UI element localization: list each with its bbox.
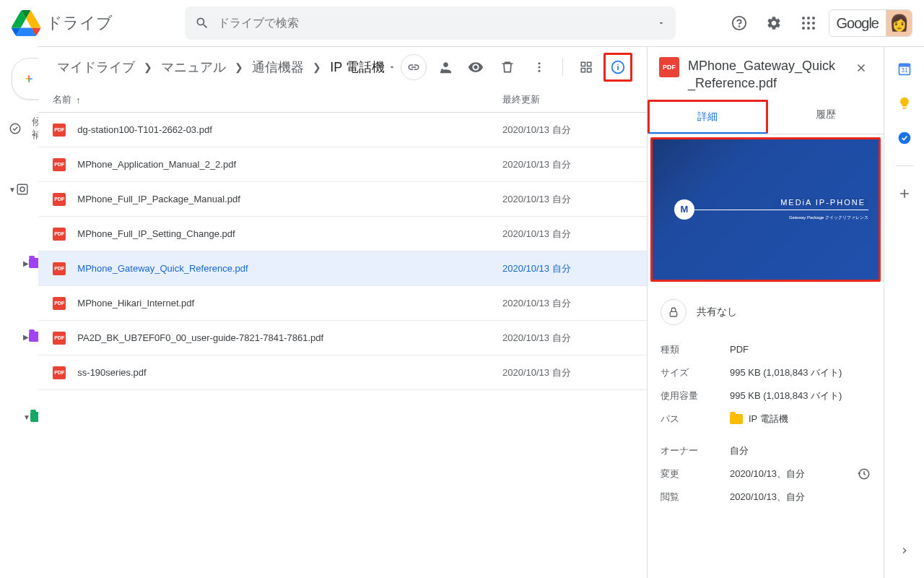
file-row[interactable]: PDF dg-station100-T101-2662-03.pdf 2020/… bbox=[38, 113, 647, 147]
dropdown-icon bbox=[388, 63, 396, 72]
sidebar: 新規 候補 ▼ マイドライブ ▶ デザイン ▶ パンフレット ▼ マニュアル bbox=[0, 46, 38, 578]
toolbar: マイドライブ ❯ マニュアル ❯ 通信機器 ❯ IP 電話機 bbox=[38, 47, 647, 87]
keep-icon[interactable] bbox=[897, 96, 912, 111]
tab-history[interactable]: 履歴 bbox=[768, 100, 884, 134]
file-row[interactable]: PDF MPhone_Full_IP_Setting_Change.pdf 20… bbox=[38, 217, 647, 251]
preview-button[interactable] bbox=[461, 53, 490, 82]
svg-point-5 bbox=[802, 22, 805, 25]
file-row[interactable]: PDF MPhone_Application_Manual_2_2.pdf 20… bbox=[38, 147, 647, 182]
sidebar-folder-pamphlet[interactable]: ▶ パンフレット bbox=[0, 293, 30, 380]
search-input[interactable] bbox=[218, 17, 648, 30]
meta-label: 変更 bbox=[661, 467, 730, 480]
meta-label: サイズ bbox=[661, 366, 730, 379]
chevron-down-icon[interactable]: ▼ bbox=[9, 186, 16, 194]
column-header-name[interactable]: 名前 ↑ bbox=[53, 93, 502, 106]
delete-button[interactable] bbox=[493, 53, 522, 82]
search-bar[interactable] bbox=[185, 7, 676, 40]
svg-point-3 bbox=[807, 17, 810, 20]
meta-value-path[interactable]: IP 電話機 bbox=[730, 413, 871, 426]
toolbar-actions bbox=[401, 53, 632, 82]
sort-asc-icon: ↑ bbox=[76, 95, 81, 105]
file-name: dg-station100-T101-2662-03.pdf bbox=[77, 124, 502, 135]
view-details-button[interactable] bbox=[603, 53, 632, 82]
help-button[interactable] bbox=[725, 9, 754, 38]
file-name: PA2D_BK_UB7EF0F0_00_user-guide-7821-7841… bbox=[77, 332, 502, 343]
search-icon bbox=[195, 16, 209, 30]
folder-icon bbox=[29, 332, 38, 342]
calendar-icon[interactable]: 31 bbox=[897, 61, 912, 76]
meta-value: PDF bbox=[730, 343, 871, 356]
meta-value: 2020/10/13、自分 bbox=[730, 467, 871, 480]
sidebar-folder-manual[interactable]: ▼ マニュアル bbox=[0, 380, 30, 454]
avatar[interactable]: 👩 bbox=[886, 10, 912, 36]
file-name: MPhone_Full_IP_Setting_Change.pdf bbox=[77, 228, 502, 239]
sidebar-folder-vehicle[interactable]: ▶ 車両 bbox=[0, 454, 38, 488]
file-row[interactable]: PDF PA2D_BK_UB7EF0F0_00_user-guide-7821-… bbox=[38, 321, 647, 355]
folder-icon bbox=[730, 414, 743, 424]
sidebar-folder-comm[interactable]: ▼ 通信機器 bbox=[0, 523, 38, 578]
svg-point-28 bbox=[898, 132, 910, 144]
history-icon[interactable] bbox=[858, 467, 871, 480]
grid-view-button[interactable] bbox=[572, 53, 601, 82]
new-button[interactable]: 新規 bbox=[12, 58, 38, 100]
close-details-button[interactable] bbox=[850, 57, 872, 79]
tasks-icon[interactable] bbox=[897, 131, 912, 145]
table-header: 名前 ↑ 最終更新 bbox=[38, 87, 647, 113]
sidebar-my-drive[interactable]: ▼ マイドライブ bbox=[0, 146, 30, 233]
chevron-down-icon[interactable]: ▼ bbox=[23, 413, 30, 421]
meta-label: オーナー bbox=[661, 444, 730, 457]
meta-value: 995 KB (1,018,843 バイト) bbox=[730, 389, 871, 402]
breadcrumb-item[interactable]: 通信機器 bbox=[248, 56, 308, 79]
lock-icon[interactable] bbox=[661, 299, 687, 325]
pdf-icon: PDF bbox=[659, 57, 679, 77]
search-dropdown-icon[interactable] bbox=[657, 19, 666, 27]
file-date: 2020/10/13 自分 bbox=[502, 228, 632, 241]
svg-point-13 bbox=[20, 187, 25, 191]
settings-button[interactable] bbox=[759, 9, 788, 38]
svg-point-23 bbox=[617, 64, 619, 65]
chevron-right-icon: ❯ bbox=[144, 61, 152, 73]
more-actions-button[interactable] bbox=[525, 53, 554, 82]
chevron-right-icon[interactable]: ▶ bbox=[23, 333, 29, 341]
svg-rect-24 bbox=[670, 311, 676, 316]
rail-separator bbox=[896, 165, 913, 166]
meta-label: 閲覧 bbox=[661, 491, 730, 504]
breadcrumb-item[interactable]: マイドライブ bbox=[53, 56, 139, 79]
breadcrumb: マイドライブ ❯ マニュアル ❯ 通信機器 ❯ IP 電話機 bbox=[53, 56, 401, 79]
add-addon-icon[interactable] bbox=[897, 186, 912, 201]
column-header-modified[interactable]: 最終更新 bbox=[502, 93, 632, 106]
file-row[interactable]: PDF ss-190series.pdf 2020/10/13 自分 bbox=[38, 355, 647, 390]
svg-rect-20 bbox=[581, 69, 585, 72]
google-logo[interactable]: Google bbox=[829, 12, 886, 35]
file-date: 2020/10/13 自分 bbox=[502, 158, 632, 171]
file-row[interactable]: PDF MPhone_Hikari_Internet.pdf 2020/10/1… bbox=[38, 286, 647, 321]
svg-point-4 bbox=[812, 17, 815, 20]
tab-details[interactable]: 詳細 bbox=[648, 100, 768, 134]
collapse-rail-button[interactable] bbox=[892, 538, 918, 564]
separator bbox=[562, 59, 563, 76]
details-panel: PDF MPhone_Gateway_Quick_Reference.pdf 詳… bbox=[647, 47, 884, 578]
drive-logo-icon bbox=[12, 9, 40, 38]
breadcrumb-item[interactable]: マニュアル bbox=[157, 56, 230, 79]
file-date: 2020/10/13 自分 bbox=[502, 332, 632, 345]
folder-icon bbox=[29, 258, 38, 268]
meta-value: 自分 bbox=[730, 444, 871, 457]
share-button[interactable] bbox=[430, 53, 458, 82]
chevron-right-icon[interactable]: ▶ bbox=[23, 259, 29, 267]
folder-icon bbox=[30, 412, 38, 422]
file-row[interactable]: PDF MPhone_Gateway_Quick_Reference.pdf 2… bbox=[38, 251, 647, 286]
svg-point-6 bbox=[807, 22, 810, 25]
file-name: MPhone_Hikari_Internet.pdf bbox=[77, 298, 502, 309]
logo[interactable]: ドライブ bbox=[12, 9, 185, 38]
file-preview-thumbnail[interactable]: M MEDiA IP-PHONE Gateway Package クイックリファ… bbox=[650, 137, 881, 282]
get-link-button[interactable] bbox=[401, 54, 427, 80]
file-date: 2020/10/13 自分 bbox=[502, 297, 632, 310]
apps-button[interactable] bbox=[794, 9, 823, 38]
preview-subtitle: Gateway Package クイックリファレンス bbox=[789, 215, 868, 221]
file-row[interactable]: PDF MPhone_Full_IP_Package_Manual.pdf 20… bbox=[38, 182, 647, 217]
sidebar-candidates[interactable]: 候補 bbox=[0, 111, 30, 146]
sidebar-folder-design[interactable]: ▶ デザイン bbox=[0, 233, 30, 293]
sidebar-folder-lighting[interactable]: ▶ 照明 bbox=[0, 488, 38, 523]
main: 新規 候補 ▼ マイドライブ ▶ デザイン ▶ パンフレット ▼ マニュアル bbox=[0, 46, 924, 578]
breadcrumb-item-current[interactable]: IP 電話機 bbox=[326, 56, 401, 79]
